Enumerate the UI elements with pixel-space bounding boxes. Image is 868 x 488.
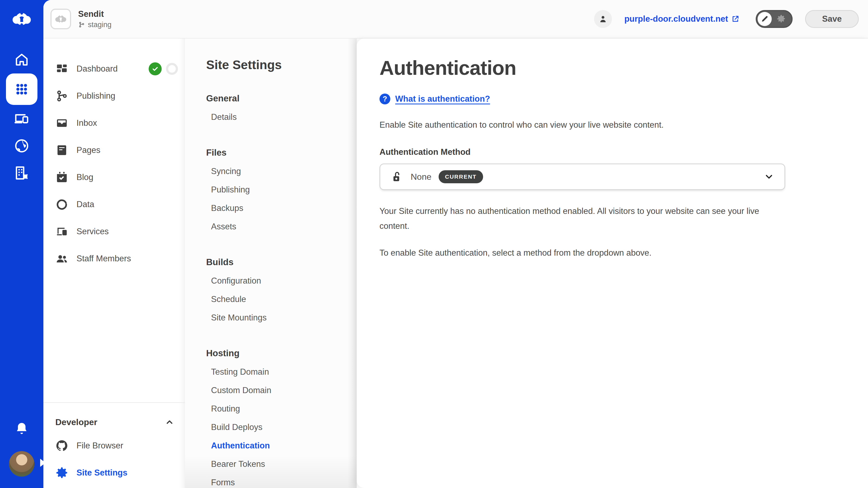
sidebar-item-pages[interactable]: Pages	[43, 137, 185, 164]
edit-mode-toggle[interactable]	[756, 10, 793, 28]
site-sidebar: Dashboard Publishing Inbox	[43, 38, 185, 488]
publishing-branch-icon	[55, 90, 68, 102]
nav-section-files: Files	[206, 143, 357, 162]
nav-item-custom-domain[interactable]: Custom Domain	[206, 381, 357, 400]
sidebar-item-label: File Browser	[76, 441, 123, 451]
sidebar-item-label: Data	[76, 199, 94, 209]
branch-icon	[78, 21, 85, 28]
sidebar-item-label: Publishing	[76, 91, 115, 101]
rail-item-organization[interactable]	[0, 159, 43, 187]
nav-item-site-mountings[interactable]: Site Mountings	[206, 308, 357, 327]
nav-item-build-deploys[interactable]: Build Deploys	[206, 418, 357, 436]
devices-icon	[14, 111, 30, 127]
site-block[interactable]: Sendit staging	[51, 9, 112, 29]
sidebar-item-blog[interactable]: Blog	[43, 164, 185, 191]
rail-nav	[0, 46, 43, 187]
check-icon	[152, 65, 159, 72]
user-avatar[interactable]	[9, 451, 34, 477]
question-icon: ?	[379, 94, 390, 104]
visitors-status-button[interactable]	[594, 10, 612, 28]
globe-icon	[14, 138, 30, 154]
authentication-method-select[interactable]: None CURRENT	[379, 163, 785, 190]
nav-item-backups[interactable]: Backups	[206, 199, 357, 218]
site-name: Sendit	[78, 9, 112, 20]
site-identity: Sendit staging	[78, 9, 112, 29]
edit-mode-knob[interactable]	[757, 12, 772, 26]
branch-row: staging	[78, 21, 112, 29]
save-button[interactable]: Save	[805, 10, 859, 28]
nav-item-authentication[interactable]: Authentication	[206, 436, 357, 455]
cloudcannon-logo-icon	[11, 8, 32, 30]
rail-bottom	[9, 421, 34, 488]
developer-header: Developer	[55, 417, 97, 427]
nav-item-bearer-tokens[interactable]: Bearer Tokens	[206, 455, 357, 474]
nav-item-schedule[interactable]: Schedule	[206, 290, 357, 308]
github-icon	[55, 439, 68, 452]
organization-icon	[14, 165, 30, 181]
sidebar-item-services[interactable]: Services	[43, 218, 185, 245]
settings-mode-half[interactable]	[772, 14, 791, 24]
app-root: Sendit staging purple-door.cloudvent.net	[0, 0, 868, 488]
nav-section-hosting: Hosting	[206, 344, 357, 363]
sidebar-item-label: Inbox	[76, 118, 97, 128]
nav-item-syncing[interactable]: Syncing	[206, 162, 357, 181]
sidebar-item-staff-members[interactable]: Staff Members	[43, 245, 185, 272]
chevron-down-icon	[764, 172, 774, 182]
sidebar-item-file-browser[interactable]: File Browser	[43, 432, 123, 459]
what-is-authentication-link[interactable]: What is authentication?	[395, 94, 490, 104]
top-controls: purple-door.cloudvent.net Save	[594, 10, 859, 28]
status-note: Your Site currently has no authenticatio…	[379, 204, 786, 233]
sync-status-group	[149, 62, 178, 75]
sidebar-item-inbox[interactable]: Inbox	[43, 109, 185, 137]
external-link-icon	[731, 15, 739, 23]
rail-item-editor[interactable]	[0, 105, 43, 132]
sidebar-item-label: Blog	[76, 172, 93, 182]
top-bar: Sendit staging purple-door.cloudvent.net	[43, 0, 868, 38]
sync-success-icon	[149, 62, 162, 75]
help-link-row[interactable]: ? What is authentication?	[379, 94, 490, 104]
preview-link-label: purple-door.cloudvent.net	[624, 14, 728, 24]
sidebar-item-publishing[interactable]: Publishing	[43, 83, 185, 109]
gear-icon	[776, 14, 786, 24]
services-devices-icon	[55, 225, 68, 238]
developer-section-toggle[interactable]: Developer	[43, 412, 185, 432]
rail-item-live-site[interactable]	[0, 132, 43, 159]
sidebar-item-label: Site Settings	[76, 468, 127, 478]
nav-item-routing[interactable]: Routing	[206, 400, 357, 418]
nav-item-assets[interactable]: Assets	[206, 218, 357, 236]
staff-members-icon	[55, 252, 68, 265]
nav-item-details[interactable]: Details	[206, 108, 357, 126]
sidebar-item-dashboard[interactable]: Dashboard	[43, 55, 185, 83]
sidebar-item-label: Staff Members	[76, 254, 131, 263]
rail-item-home[interactable]	[0, 46, 43, 73]
instruction-note: To enable Site authentication, select a …	[379, 246, 786, 260]
apps-grid-icon	[14, 82, 29, 97]
page-title: Authentication	[379, 56, 841, 79]
chevron-up-icon	[165, 418, 174, 427]
rail-item-apps[interactable]	[0, 73, 43, 105]
workspace-shell: Sendit staging purple-door.cloudvent.net	[43, 0, 868, 488]
nav-item-forms[interactable]: Forms	[206, 474, 357, 488]
sidebar-item-site-settings[interactable]: Site Settings	[43, 459, 127, 486]
dashboard-icon	[55, 62, 68, 75]
nav-section-builds: Builds	[206, 253, 357, 272]
content-row: Dashboard Publishing Inbox	[43, 38, 868, 488]
lock-open-icon	[391, 170, 403, 183]
blog-calendar-icon	[55, 171, 68, 184]
nav-item-publishing[interactable]: Publishing	[206, 181, 357, 199]
intro-text: Enable Site authentication to control wh…	[379, 120, 841, 130]
preview-site-link[interactable]: purple-door.cloudvent.net	[624, 14, 739, 24]
inbox-icon	[55, 117, 68, 130]
expand-user-arrow-icon[interactable]	[40, 459, 45, 467]
notifications-button[interactable]	[14, 421, 29, 437]
authentication-method-label: Authentication Method	[379, 147, 841, 157]
sidebar-item-data[interactable]: Data	[43, 191, 185, 218]
settings-nav-title: Site Settings	[206, 58, 357, 72]
person-icon	[598, 14, 608, 24]
nav-item-configuration[interactable]: Configuration	[206, 272, 357, 290]
main-panel: Authentication ? What is authentication?…	[357, 38, 868, 488]
branch-label: staging	[88, 21, 112, 29]
primary-rail	[0, 0, 43, 488]
bell-icon	[14, 421, 29, 436]
nav-item-testing-domain[interactable]: Testing Domain	[206, 363, 357, 381]
